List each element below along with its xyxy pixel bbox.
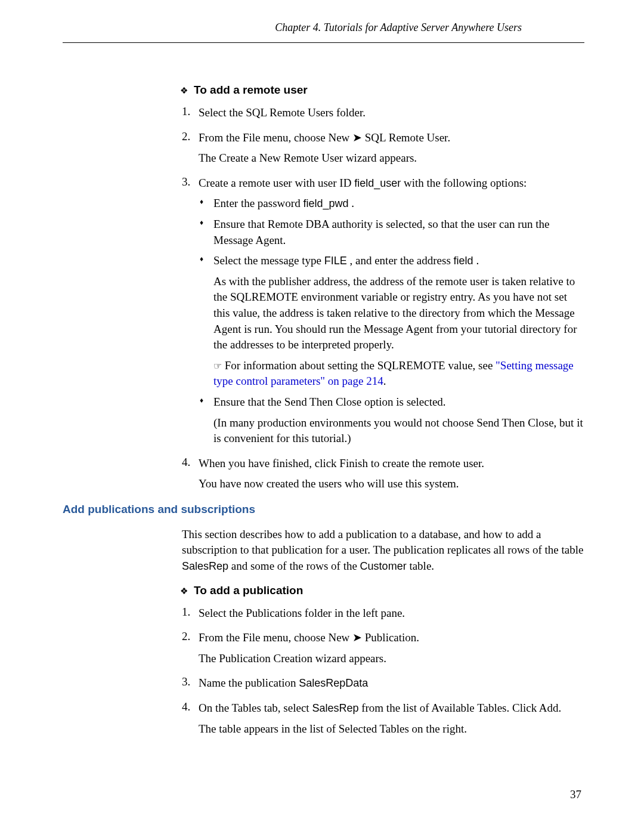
pointing-hand-icon: ☞ [213,360,222,373]
text-span: This section describes how to add a publ… [182,528,583,557]
list-item: 3. Create a remote user with user ID ﬁel… [199,175,584,447]
subsection-heading: Add publications and subscriptions [63,503,584,516]
section-title-2: ❖To add a publication [180,584,584,597]
diamond-bullet-icon: ♦ [200,197,203,206]
text-span: Name the publication [199,676,299,689]
list-number: 2. [182,130,190,143]
text-span: . [348,197,354,209]
list-number: 3. [182,175,190,189]
list-number: 4. [182,700,190,713]
text-span: On the Tables tab, select [199,702,312,714]
diamond-bullet-icon: ♦ [200,218,203,227]
section-title-1: ❖To add a remote user [180,84,584,97]
page-number: 37 [570,788,581,801]
list-subtext: You have now created the users who will … [199,476,584,492]
list-subtext: The Create a New Remote User wizard appe… [199,150,584,166]
list-text: Select the Publications folder in the le… [199,605,584,622]
code-text: SalesRep [182,560,228,572]
list-item: 2. From the File menu, choose New ➤ SQL … [199,130,584,166]
list-text: Create a remote user with user ID ﬁeld_u… [199,175,584,191]
bullet-text: Ensure that the Send Then Close option i… [213,394,584,410]
diamond-bullet-icon: ♦ [200,255,203,264]
sub-bullet-list: ♦ Enter the password ﬁeld_pwd . ♦ Ensure… [199,196,584,446]
code-text: Customer [360,560,407,572]
list-text: From the File menu, choose New ➤ Publica… [199,630,584,646]
bullet-text: Select the message type FILE , and enter… [213,253,584,269]
bullet-item: ♦ Ensure that the Send Then Close option… [213,394,584,447]
page-header: Chapter 4. Tutorials for Adaptive Server… [63,0,584,43]
section-2-title-text: To add a publication [194,584,303,597]
list-number: 2. [182,630,190,643]
ordered-list-1: 1. Select the SQL Remote Users folder. 2… [182,105,584,492]
bullet-paragraph: As with the publisher address, the addre… [213,274,584,353]
list-subtext: The Publication Creation wizard appears. [199,651,584,667]
list-text: On the Tables tab, select SalesRep from … [199,700,584,716]
text-span: . [383,375,386,387]
info-line: ☞ For information about setting the SQLR… [213,358,584,390]
bullet-paragraph: (In many production environments you wou… [213,415,584,447]
text-span: For information about setting the SQLREM… [225,359,496,372]
list-number: 4. [182,456,190,469]
bullet-item: ♦ Ensure that Remote DBA authority is se… [213,217,584,248]
list-number: 3. [182,675,190,688]
text-span: from the list of Available Tables. Click… [358,702,561,714]
diamond-icon: ❖ [180,586,188,597]
text-span: , and enter the address [347,254,454,267]
list-text: From the File menu, choose New ➤ SQL Rem… [199,130,584,146]
code-text: ﬁeld_user [354,177,401,189]
bullet-item: ♦ Enter the password ﬁeld_pwd . [213,196,584,212]
list-subtext: The table appears in the list of Selecte… [199,721,584,737]
list-item: 3. Name the publication SalesRepData [199,675,584,691]
list-item: 4. On the Tables tab, select SalesRep fr… [199,700,584,737]
list-text: When you have finished, click Finish to … [199,456,584,472]
list-number: 1. [182,105,190,118]
body-paragraph: This section describes how to add a publ… [182,527,584,574]
bullet-item: ♦ Select the message type FILE , and ent… [213,253,584,390]
text-span: with the following options: [401,177,527,189]
code-text: ﬁeld_pwd [303,197,348,209]
list-item: 4. When you have finished, click Finish … [199,456,584,492]
main-content: ❖To add a remote user 1. Select the SQL … [0,43,644,737]
text-span: and some of the rows of the [228,560,360,572]
list-item: 1. Select the SQL Remote Users folder. [199,105,584,121]
list-text: Select the SQL Remote Users folder. [199,105,584,121]
text-span: Select the message type [213,254,324,267]
bullet-text: Enter the password ﬁeld_pwd . [213,196,584,212]
text-span: Create a remote user with user ID [199,177,354,189]
list-item: 2. From the File menu, choose New ➤ Publ… [199,630,584,666]
text-span: Enter the password [213,197,303,209]
section-1-title-text: To add a remote user [194,84,308,96]
text-span: . [473,254,479,267]
code-text: FILE [324,255,347,267]
list-number: 1. [182,605,190,619]
diamond-bullet-icon: ♦ [200,396,203,405]
code-text: SalesRep [312,702,358,714]
code-text: ﬁeld [454,255,473,267]
bullet-text: Ensure that Remote DBA authority is sele… [213,217,584,248]
text-span: table. [407,560,434,572]
diamond-icon: ❖ [180,85,188,96]
list-item: 1. Select the Publications folder in the… [199,605,584,622]
code-text: SalesRepData [299,677,368,689]
ordered-list-2: 1. Select the Publications folder in the… [182,605,584,737]
list-text: Name the publication SalesRepData [199,675,584,691]
